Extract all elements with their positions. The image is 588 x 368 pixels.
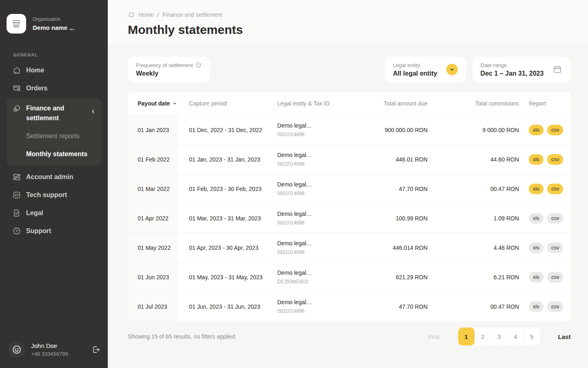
capture-period-cell: 01 Apr, 2023 - 30 Apr, 2023	[178, 245, 277, 251]
organisation-switcher[interactable]: Organisation Demo name ...	[7, 14, 101, 34]
tax-id: 5831014898	[277, 191, 379, 196]
document-icon	[12, 209, 21, 218]
csv-report-badge[interactable]: csv	[547, 213, 564, 224]
sidebar-item-home[interactable]: Home	[0, 61, 108, 79]
total-commissions-cell: 00.47 RON	[440, 303, 529, 310]
table-row: 01 Mar 2022 01 Feb, 2023 - 30 Feb, 2023 …	[128, 174, 570, 203]
legal-entity-filter-value: All legal entity	[393, 70, 437, 77]
breadcrumb-current[interactable]: Finance and settlement	[163, 11, 222, 18]
total-commissions-cell: 00.47 RON	[440, 186, 529, 192]
xls-report-badge[interactable]: xls	[529, 184, 543, 194]
table-row: 01 Jun 2023 01 May, 2023 - 31 May, 2023 …	[128, 262, 570, 292]
total-amount-due-cell: 446.014 RON	[379, 245, 440, 251]
sidebar-item-label: Legal	[26, 209, 43, 217]
xls-report-badge[interactable]: xls	[529, 125, 543, 135]
user-name: John Doe	[31, 342, 68, 349]
report-badges: xlscsv	[529, 272, 570, 283]
frequency-filter[interactable]: Frequency of settlement ? Weekly	[128, 57, 210, 82]
logout-icon[interactable]	[91, 345, 100, 355]
storefront-icon	[7, 14, 26, 34]
report-badges: xlscsv	[529, 125, 570, 135]
xls-report-badge[interactable]: xls	[529, 242, 543, 253]
code-icon	[12, 191, 21, 200]
tax-id: 5831014898	[277, 249, 379, 255]
results-summary: Showing 15 of 65 results, no filters app…	[128, 333, 235, 340]
pagination-page-4[interactable]: 4	[507, 328, 523, 346]
question-circle-icon: ?	[12, 227, 21, 236]
sidebar-item-account-admin[interactable]: Account admin	[0, 168, 108, 186]
sliders-icon	[12, 173, 21, 182]
orders-icon	[12, 84, 21, 93]
table-footer: Showing 15 of 65 results, no filters app…	[128, 328, 570, 346]
csv-report-badge[interactable]: csv	[547, 184, 564, 194]
sidebar-item-monthly-statements[interactable]: Monthly statements	[7, 145, 101, 163]
pagination: First 12345 Last	[428, 328, 570, 346]
tax-id: DE293682602	[277, 279, 379, 285]
legal-entity-name: Demo legal…	[277, 152, 379, 158]
breadcrumb: Home / Finance and settlement	[128, 11, 570, 18]
xls-report-badge[interactable]: xls	[529, 213, 543, 224]
home-icon	[12, 66, 21, 75]
legal-entity-name: Demo legal…	[277, 181, 379, 188]
table-row: 01 Jul 2023 01 Jun, 2023 - 31 Jun, 2023 …	[128, 292, 570, 321]
date-range-filter[interactable]: Date range Dec 1 – Jan 31, 2023	[472, 57, 571, 82]
pagination-first-button[interactable]: First	[428, 333, 439, 340]
breadcrumb-home[interactable]: Home	[138, 11, 154, 18]
csv-report-badge[interactable]: csv	[547, 301, 564, 312]
total-amount-due-cell: 47.70 RON	[379, 186, 440, 192]
pagination-last-button[interactable]: Last	[558, 333, 571, 340]
column-header-payout-date[interactable]: Payout date	[128, 100, 178, 107]
payout-date-cell: 01 Jan 2023	[128, 115, 178, 144]
pagination-page-3[interactable]: 3	[491, 328, 507, 346]
legal-entity-cell: Demo legal… 5831014898	[277, 240, 379, 255]
sidebar-item-legal[interactable]: Legal	[0, 204, 108, 222]
total-commissions-cell: 4.46 RON	[440, 245, 529, 251]
column-header-report: Report	[529, 100, 570, 107]
main-content: Home / Finance and settlement Monthly st…	[108, 0, 588, 368]
csv-report-badge[interactable]: csv	[547, 272, 564, 283]
payout-date-cell: 01 Feb 2022	[128, 145, 178, 174]
tax-id: 5831014898	[277, 132, 379, 137]
sidebar-item-finance-and-settlement[interactable]: 1 Finance and settlement	[7, 98, 101, 127]
chevron-left-icon[interactable]	[90, 108, 96, 115]
legal-entity-name: Demo legal…	[277, 122, 379, 129]
sidebar-item-label: Account admin	[26, 173, 74, 181]
xls-report-badge[interactable]: xls	[529, 301, 543, 312]
sidebar-item-settlement-reports[interactable]: Settlement reports	[7, 127, 101, 145]
organisation-label: Organisation	[33, 16, 74, 22]
report-badges: xlscsv	[529, 301, 570, 312]
csv-report-badge[interactable]: csv	[547, 125, 564, 135]
column-header-total-amount-due: Total amount due	[379, 100, 440, 107]
date-range-filter-label: Date range	[481, 62, 544, 68]
sidebar-item-label: Home	[26, 67, 44, 74]
csv-report-badge[interactable]: csv	[547, 154, 564, 165]
column-header-legal-entity: Legal entity & Tax ID	[277, 100, 379, 107]
chevron-down-icon[interactable]	[446, 64, 458, 75]
pagination-page-1[interactable]: 1	[458, 328, 474, 346]
xls-report-badge[interactable]: xls	[529, 272, 543, 283]
help-icon[interactable]: ?	[195, 62, 202, 68]
legal-entity-name: Demo legal…	[277, 269, 379, 276]
legal-entity-name: Demo legal…	[277, 299, 379, 305]
content: Frequency of settlement ? Weekly Legal e…	[108, 46, 588, 346]
table-row: 01 Jan 2023 01 Dec, 2022 - 31 Dec, 2022 …	[128, 115, 570, 144]
capture-period-cell: 01 Jun, 2023 - 31 Jun, 2023	[178, 303, 277, 310]
nav-section-label: GENERAL	[13, 52, 108, 57]
total-amount-due-cell: 621.29 RON	[379, 274, 440, 280]
pagination-page-2[interactable]: 2	[474, 328, 491, 346]
payout-date-cell: 01 Jul 2023	[128, 292, 178, 321]
sidebar-item-tech-support[interactable]: Tech support	[0, 186, 108, 204]
legal-entity-filter[interactable]: Legal entity All legal entity	[385, 57, 466, 82]
csv-report-badge[interactable]: csv	[547, 242, 564, 253]
tax-id: 5822014898	[277, 161, 379, 167]
column-label: Payout date	[138, 100, 170, 107]
legal-entity-cell: Demo legal… 5831014898	[277, 122, 379, 137]
xls-report-badge[interactable]: xls	[529, 154, 543, 165]
sidebar-item-orders[interactable]: Orders	[0, 79, 108, 97]
column-header-capture-period: Capture period	[178, 100, 277, 107]
statements-table: Payout date Capture period Legal entity …	[128, 92, 570, 321]
report-badges: xlscsv	[529, 242, 570, 253]
sidebar-item-support[interactable]: ? Support	[0, 222, 108, 240]
sidebar-group-finance: 1 Finance and settlement Settlement repo…	[7, 98, 101, 166]
pagination-page-5[interactable]: 5	[523, 328, 540, 346]
